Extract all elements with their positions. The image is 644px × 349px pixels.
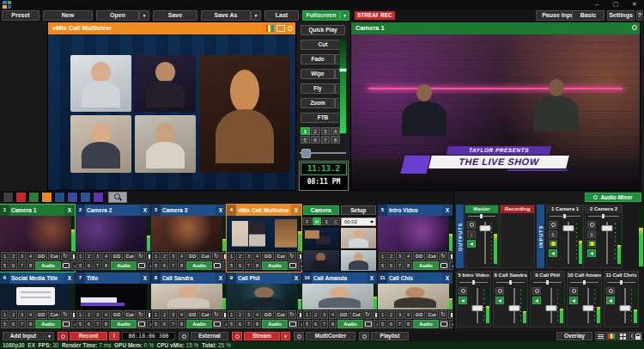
overlay-3-button[interactable]: 3 (169, 310, 177, 319)
overlay-3-button[interactable]: 3 (94, 310, 101, 319)
overlay-8-button[interactable]: 8 (27, 261, 34, 270)
pan-knob[interactable] (472, 280, 475, 285)
pan-knob[interactable] (509, 280, 512, 285)
colorbars-icon[interactable] (266, 25, 274, 32)
overlay-4-button[interactable]: 4 (253, 252, 261, 260)
go-button[interactable]: GO (262, 252, 274, 260)
overlay-5-button[interactable]: 5 (379, 261, 386, 270)
close-input-button[interactable]: X (291, 272, 301, 284)
audio-button[interactable]: Audio (413, 261, 439, 270)
volume-fader[interactable] (616, 286, 634, 325)
overlay-6-button[interactable]: 6 (236, 261, 244, 270)
speaker-icon[interactable] (587, 249, 596, 257)
record-settings-gear[interactable] (58, 332, 68, 340)
audio-button[interactable]: Audio (337, 320, 363, 328)
category-color-button[interactable] (80, 192, 91, 203)
overlay-8-button[interactable]: 8 (253, 320, 261, 328)
input-cell[interactable]: 8 Call Sandra X 1 2 3 4 GO Cut ↻ 5 6 7 8 (151, 272, 226, 330)
solo-button[interactable]: S (549, 230, 557, 238)
eq-icon[interactable] (587, 240, 596, 248)
gear-icon[interactable] (632, 25, 637, 30)
overlay-2-button[interactable]: 2 (236, 252, 244, 260)
gear-icon[interactable] (288, 26, 293, 31)
playlist-button[interactable]: Playlist (371, 332, 409, 340)
overlay-1-button[interactable]: 1 (379, 252, 386, 260)
volume-fader[interactable] (542, 286, 560, 325)
t-bar-handle[interactable] (339, 68, 347, 72)
overlay-2-button[interactable]: 2 (387, 252, 395, 260)
speaker-icon[interactable] (459, 297, 467, 304)
loop-icon[interactable]: ↻ (137, 310, 145, 319)
close-input-button[interactable]: X (64, 205, 75, 216)
cut-button[interactable]: Cut (48, 310, 60, 319)
save-as-dropdown-arrow[interactable]: ▾ (251, 10, 261, 21)
pan-slider[interactable] (588, 213, 619, 219)
go-button[interactable]: GO (35, 310, 47, 319)
input-cell[interactable]: 11 Call Chis X 1 2 3 4 GO Cut ↻ 5 6 7 8 (378, 272, 453, 330)
overlay-2-button[interactable]: 2 (236, 310, 244, 319)
overlay-7-button[interactable]: 7 (94, 261, 101, 270)
category-color-button[interactable] (54, 192, 65, 203)
mode-m-button[interactable]: M (313, 217, 321, 225)
grid-view-icon[interactable] (617, 332, 628, 340)
overlay-2-button[interactable]: 2 (9, 252, 17, 260)
fullscreen-out-icon[interactable] (440, 320, 448, 328)
category-color-button[interactable] (41, 192, 52, 203)
overlay-1-button[interactable]: 1 (152, 310, 160, 319)
input-cell[interactable]: 2 Camera 2 X 1 2 3 4 GO Cut ↻ 5 6 7 8 (76, 205, 150, 272)
overlay-1-button[interactable]: 1 (152, 252, 160, 260)
overlay-7-button[interactable]: 7 (320, 320, 328, 328)
input-cell-camera-setup[interactable]: Camera Setup F M S C 00:02 (302, 205, 377, 272)
loop-icon[interactable]: ↻ (61, 252, 70, 260)
overlay-3-button[interactable]: 3 (396, 252, 404, 260)
overlay-4-button[interactable]: 4 (102, 252, 110, 260)
overlay-8-button[interactable]: 8 (404, 320, 412, 328)
search-button[interactable] (108, 192, 127, 203)
gear-icon[interactable] (606, 287, 615, 295)
pan-slider[interactable] (459, 279, 488, 285)
overlay-7-button[interactable]: 7 (18, 320, 26, 328)
input-cell[interactable]: 9 Call Phil X 1 2 3 4 GO Cut ↻ 5 6 7 8 (227, 272, 301, 330)
overlay-6-button[interactable]: 6 (161, 261, 168, 270)
go-button[interactable]: GO (35, 252, 47, 260)
stinger-number-button[interactable]: 5 (301, 136, 310, 144)
fade-button[interactable]: Fade (301, 54, 335, 64)
gear-icon[interactable] (467, 221, 476, 229)
program-monitor[interactable]: Camera 1 TAYLOR PRESENTS THE LIVE SHOW (350, 21, 641, 191)
stinger-number-button[interactable]: 4 (331, 127, 340, 135)
volume-fader[interactable] (579, 286, 597, 325)
fullscreen-out-icon[interactable] (289, 261, 297, 270)
preview-monitor[interactable]: vMix Call Multiview (47, 21, 296, 191)
fader-knob[interactable] (545, 305, 556, 311)
stream-dropdown-arrow[interactable]: ▾ (281, 332, 290, 340)
volume-fader[interactable] (468, 286, 486, 325)
fullscreen-out-icon[interactable] (213, 320, 222, 328)
fader-knob[interactable] (602, 225, 613, 231)
overlay-8-button[interactable]: 8 (102, 261, 110, 270)
overlay-8-button[interactable]: 8 (253, 261, 261, 270)
stinger-number-button[interactable]: 8 (331, 136, 340, 144)
loop-icon[interactable]: ↻ (288, 252, 296, 260)
loop-icon[interactable]: ↻ (61, 310, 70, 319)
overlay-6-button[interactable]: 6 (161, 320, 168, 328)
go-button[interactable]: GO (413, 252, 425, 260)
overlay-3-button[interactable]: 3 (94, 252, 101, 260)
overlay-3-button[interactable]: 3 (18, 310, 26, 319)
fader-knob[interactable] (619, 305, 630, 311)
fly-button[interactable]: Fly (301, 83, 335, 94)
pan-slider[interactable] (468, 213, 495, 219)
volume-fader[interactable] (558, 220, 579, 266)
pan-knob[interactable] (620, 280, 623, 285)
input-cell[interactable]: 7 Title X 1 2 3 4 GO Cut ↻ 5 6 7 8 (76, 272, 150, 330)
overlay-4-button[interactable]: 4 (102, 310, 110, 319)
go-button[interactable]: GO (186, 252, 198, 260)
loop-icon[interactable]: ↻ (439, 310, 447, 319)
audio-button[interactable]: Audio (186, 320, 212, 328)
pan-slider[interactable] (570, 279, 598, 285)
go-button[interactable]: GO (111, 310, 123, 319)
cut-button[interactable]: Cut (124, 252, 136, 260)
duration-spinner[interactable]: 00:02 (341, 217, 376, 226)
fullscreen-out-icon[interactable] (440, 261, 448, 270)
transition-t-bar[interactable] (339, 40, 347, 134)
input-thumbnail[interactable] (378, 216, 453, 251)
